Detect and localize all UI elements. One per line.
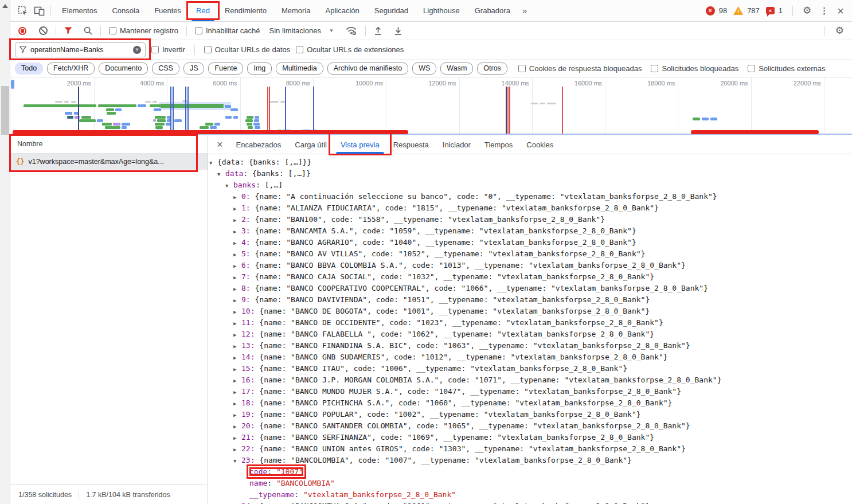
clear-filter-icon[interactable]: × bbox=[133, 46, 141, 54]
collapse-arrow-icon[interactable]: ▼ bbox=[209, 157, 217, 169]
devtools-tab-grabadora[interactable]: Grabadora bbox=[467, 0, 518, 21]
collapse-arrow-icon[interactable]: ▼ bbox=[233, 455, 241, 467]
expand-arrow-icon[interactable]: ▶ bbox=[233, 444, 241, 455]
devtools-tab-elementos[interactable]: Elementos bbox=[54, 0, 104, 21]
json-bank-row[interactable]: ▶18: {name: "BANCO PICHINCHA S.A.", code… bbox=[208, 397, 852, 409]
inspect-element-icon[interactable] bbox=[15, 3, 31, 18]
expand-arrow-icon[interactable]: ▶ bbox=[233, 501, 241, 504]
json-bank-row[interactable]: ▶0: {name: "A continuación seleccione su… bbox=[208, 191, 852, 202]
filter-chip-multimedia[interactable]: Multimedia bbox=[276, 62, 323, 75]
filter-checkbox-solicitudes-bloqueadas[interactable]: Solicitudes bloqueadas bbox=[651, 64, 738, 73]
json-bank-row[interactable]: ▶1: {name: "ALIANZA FIDUCIARIA", code: "… bbox=[208, 202, 852, 214]
json-bank-row[interactable]: ▶16: {name: "BANCO J.P. MORGAN COLOMBIA … bbox=[208, 374, 852, 386]
filter-chip-otros[interactable]: Otros bbox=[477, 62, 507, 75]
warning-count[interactable]: 787 bbox=[747, 6, 760, 15]
filter-chip-wasm[interactable]: Wasm bbox=[440, 62, 473, 75]
json-bank-row[interactable]: ▶10: {name: "BANCO DE BOGOTA", code: "10… bbox=[208, 306, 852, 317]
settings-gear-icon[interactable]: ⚙ bbox=[800, 5, 814, 17]
filter-chip-fetch-xhr[interactable]: Fetch/XHR bbox=[47, 62, 95, 75]
filter-funnel-icon[interactable] bbox=[64, 27, 72, 34]
clear-network-log-icon[interactable] bbox=[39, 26, 48, 35]
json-bank-row[interactable]: ▶2: {name: "BAN100", code: "1558", __typ… bbox=[208, 214, 852, 225]
expand-arrow-icon[interactable]: ▶ bbox=[233, 226, 241, 237]
export-har-icon[interactable] bbox=[394, 26, 402, 36]
filter-chip-archivo-de-manifiesto[interactable]: Archivo de manifiesto bbox=[327, 62, 409, 75]
device-toolbar-icon[interactable] bbox=[31, 3, 47, 18]
scroll-up-arrow-icon[interactable] bbox=[2, 4, 8, 8]
request-row[interactable]: {} v1?workspace=master&maxAge=long&a... bbox=[10, 154, 208, 170]
filter-chip-documento[interactable]: Documento bbox=[99, 62, 148, 75]
expand-arrow-icon[interactable]: ▶ bbox=[233, 364, 241, 375]
expand-arrow-icon[interactable]: ▶ bbox=[233, 214, 241, 226]
json-bank-row[interactable]: ▶19: {name: "BANCO POPULAR", code: "1002… bbox=[208, 409, 852, 420]
throttling-dropdown[interactable]: Sin limitaciones ▼ bbox=[269, 26, 334, 35]
expand-arrow-icon[interactable]: ▶ bbox=[233, 341, 241, 352]
name-column-header[interactable]: Nombre bbox=[10, 135, 208, 154]
overview-grip[interactable] bbox=[11, 80, 14, 89]
devtools-tab-consola[interactable]: Consola bbox=[104, 0, 147, 21]
issues-icon[interactable]: × bbox=[766, 7, 775, 14]
filter-chip-css[interactable]: CSS bbox=[152, 62, 179, 75]
network-filter-input-box[interactable]: × bbox=[15, 42, 146, 57]
json-bank-row[interactable]: ▶12: {name: "BANCO FALABELLA ", code: "1… bbox=[208, 329, 852, 340]
collapse-arrow-icon[interactable]: ▼ bbox=[217, 169, 225, 180]
json-banks-row[interactable]: ▼banks: [,…] bbox=[208, 179, 852, 191]
expand-arrow-icon[interactable]: ▶ bbox=[233, 329, 241, 341]
expand-arrow-icon[interactable]: ▶ bbox=[233, 409, 241, 421]
json-bank-row[interactable]: ▶21: {name: "BANCO SERFINANZA", code: "1… bbox=[208, 432, 852, 443]
expand-arrow-icon[interactable]: ▶ bbox=[233, 386, 241, 398]
expand-arrow-icon[interactable]: ▶ bbox=[233, 352, 241, 364]
json-bank-row[interactable]: ▶7: {name: "BANCO CAJA SOCIAL", code: "1… bbox=[208, 271, 852, 283]
more-tabs-icon[interactable]: » bbox=[518, 6, 531, 15]
json-bank-row[interactable]: ▶24: {name: "BANCOOMEVA S.A.", code: "10… bbox=[208, 501, 852, 504]
preserve-log-checkbox[interactable]: Mantener registro bbox=[109, 26, 178, 35]
collapse-arrow-icon[interactable]: ▼ bbox=[225, 180, 233, 192]
json-bank-row[interactable]: ▶4: {name: "BANCO AGRARIO", code: "1040"… bbox=[208, 237, 852, 248]
expand-arrow-icon[interactable]: ▶ bbox=[233, 192, 241, 203]
hide-data-urls-checkbox[interactable]: Ocultar URLs de datos bbox=[204, 45, 291, 54]
json-bank-row[interactable]: ▶9: {name: "BANCO DAVIVIENDA", code: "10… bbox=[208, 294, 852, 306]
devtools-tab-aplicaci-n[interactable]: Aplicación bbox=[318, 0, 367, 21]
json-bank-row[interactable]: ▶5: {name: "BANCO AV VILLAS", code: "105… bbox=[208, 248, 852, 260]
filter-chip-img[interactable]: Img bbox=[247, 62, 272, 75]
close-details-icon[interactable]: × bbox=[210, 135, 229, 154]
devtools-tab-seguridad[interactable]: Seguridad bbox=[367, 0, 416, 21]
hide-extension-urls-checkbox[interactable]: Ocultar URLs de extensiones bbox=[296, 45, 404, 54]
tab-iniciador[interactable]: Iniciador bbox=[436, 135, 478, 154]
record-network-log-icon[interactable] bbox=[18, 27, 26, 35]
json-data-row[interactable]: ▼data: {banks: [,…]} bbox=[208, 168, 852, 179]
expand-arrow-icon[interactable]: ▶ bbox=[233, 237, 241, 249]
json-bank-row[interactable]: ▶14: {name: "BANCO GNB SUDAMERIS", code:… bbox=[208, 351, 852, 363]
filter-chip-ws[interactable]: WS bbox=[412, 62, 436, 75]
filter-chip-fuente[interactable]: Fuente bbox=[208, 62, 243, 75]
devtools-tab-memoria[interactable]: Memoria bbox=[274, 0, 318, 21]
invert-filter-checkbox[interactable]: Invertir bbox=[151, 45, 185, 54]
json-bank-row[interactable]: ▶8: {name: "BANCO COOPERATIVO COOPCENTRA… bbox=[208, 283, 852, 294]
expand-arrow-icon[interactable]: ▶ bbox=[233, 203, 241, 214]
network-settings-gear-icon[interactable]: ⚙ bbox=[833, 25, 846, 37]
issue-count[interactable]: 1 bbox=[779, 6, 783, 15]
json-bank-row[interactable]: ▶13: {name: "BANCO FINANDINA S.A. BIC", … bbox=[208, 340, 852, 351]
expand-arrow-icon[interactable]: ▶ bbox=[233, 249, 241, 260]
expand-arrow-icon[interactable]: ▶ bbox=[233, 306, 241, 318]
page-scrollbar[interactable] bbox=[0, 0, 10, 504]
expand-arrow-icon[interactable]: ▶ bbox=[233, 318, 241, 329]
filter-chip-js[interactable]: JS bbox=[183, 62, 205, 75]
json-bank-row[interactable]: ▶6: {name: "BANCO BBVA COLOMBIA S.A.", c… bbox=[208, 260, 852, 271]
checkbox-box[interactable] bbox=[109, 27, 116, 34]
expand-arrow-icon[interactable]: ▶ bbox=[233, 283, 241, 295]
checkbox-box[interactable] bbox=[151, 46, 159, 53]
checkbox-box[interactable] bbox=[296, 46, 303, 53]
json-bank-row[interactable]: ▶22: {name: "BANCO UNION antes GIROS", c… bbox=[208, 443, 852, 455]
tab-encabezados[interactable]: Encabezados bbox=[229, 135, 288, 154]
import-har-icon[interactable] bbox=[374, 26, 382, 36]
expand-arrow-icon[interactable]: ▶ bbox=[233, 375, 241, 386]
warning-icon[interactable]: ! bbox=[733, 6, 743, 15]
tab-vista-previa[interactable]: Vista previa bbox=[334, 135, 386, 154]
expand-arrow-icon[interactable]: ▶ bbox=[233, 432, 241, 444]
checkbox-box[interactable] bbox=[748, 65, 755, 72]
json-bank-row[interactable]: ▶11: {name: "BANCO DE OCCIDENTE", code: … bbox=[208, 317, 852, 329]
tab-carga-til[interactable]: Carga útil bbox=[288, 135, 334, 154]
tab-cookies[interactable]: Cookies bbox=[519, 135, 560, 154]
close-devtools-icon[interactable]: × bbox=[835, 6, 846, 15]
